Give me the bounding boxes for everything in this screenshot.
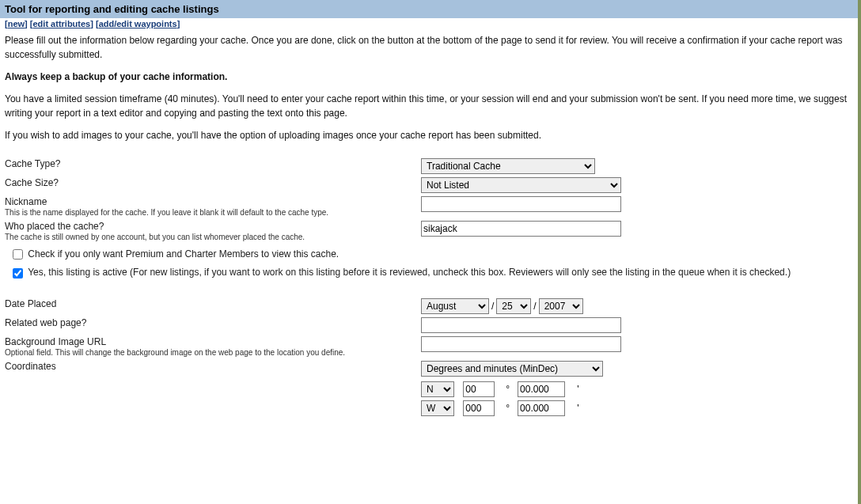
bg-image-input[interactable] xyxy=(421,336,621,352)
lat-hemi-select[interactable]: N xyxy=(421,381,454,397)
premium-only-label: Check if you only want Premium and Chart… xyxy=(28,248,339,260)
cache-type-label: Cache Type? xyxy=(5,158,61,169)
deg-symbol-2: ° xyxy=(501,403,515,414)
date-year-select[interactable]: 2007 xyxy=(539,298,583,314)
coord-format-select[interactable]: Degrees and minutes (MinDec) xyxy=(421,361,603,377)
intro-bold: Always keep a backup of your cache infor… xyxy=(5,70,853,84)
bg-image-sublabel: Optional field. This will change the bac… xyxy=(5,347,413,358)
lon-min-input[interactable] xyxy=(518,400,565,416)
placed-by-label: Who placed the cache? xyxy=(5,221,413,232)
placed-by-sublabel: The cache is still owned by one account,… xyxy=(5,232,413,242)
premium-only-checkbox[interactable] xyxy=(13,249,23,260)
nav-links: [new] [edit attributes] [add/edit waypoi… xyxy=(0,18,858,33)
nav-new[interactable]: new xyxy=(8,19,25,28)
deg-symbol: ° xyxy=(501,384,515,395)
active-checkbox[interactable] xyxy=(13,268,23,279)
nickname-label: Nickname xyxy=(5,196,413,207)
date-month-select[interactable]: August xyxy=(421,298,489,314)
min-symbol: ' xyxy=(571,384,585,395)
lat-min-input[interactable] xyxy=(518,381,565,397)
nickname-input[interactable] xyxy=(421,196,621,212)
intro-p2: You have a limited session timeframe (40… xyxy=(5,92,853,120)
intro-p1: Please fill out the information below re… xyxy=(5,33,853,62)
date-day-select[interactable]: 25 xyxy=(496,298,531,314)
nav-add-edit-waypoints[interactable]: add/edit waypoints xyxy=(99,19,177,28)
related-url-input[interactable] xyxy=(421,317,621,333)
min-symbol-2: ' xyxy=(571,403,585,414)
placed-by-input[interactable] xyxy=(421,221,621,237)
date-slash-1: / xyxy=(491,301,494,312)
related-url-label: Related web page? xyxy=(5,317,86,328)
page-title: Tool for reporting and editing cache lis… xyxy=(0,0,858,18)
lon-deg-input[interactable] xyxy=(463,400,495,416)
cache-size-select[interactable]: Not Listed xyxy=(421,177,621,193)
cache-size-label: Cache Size? xyxy=(5,177,59,188)
coordinates-label: Coordinates xyxy=(5,361,56,372)
nav-edit-attributes[interactable]: edit attributes xyxy=(32,19,90,28)
cache-type-select[interactable]: Traditional Cache xyxy=(421,158,595,174)
date-placed-label: Date Placed xyxy=(5,298,56,309)
lat-deg-input[interactable] xyxy=(463,381,495,397)
date-slash-2: / xyxy=(533,301,536,312)
lon-hemi-select[interactable]: W xyxy=(421,400,454,416)
intro-p3: If you wish to add images to your cache,… xyxy=(5,128,853,142)
bg-image-label: Background Image URL xyxy=(5,336,413,347)
active-label: Yes, this listing is active (For new lis… xyxy=(28,267,791,278)
intro-text: Please fill out the information below re… xyxy=(0,33,858,142)
nickname-sublabel: This is the name displayed for the cache… xyxy=(5,207,413,218)
